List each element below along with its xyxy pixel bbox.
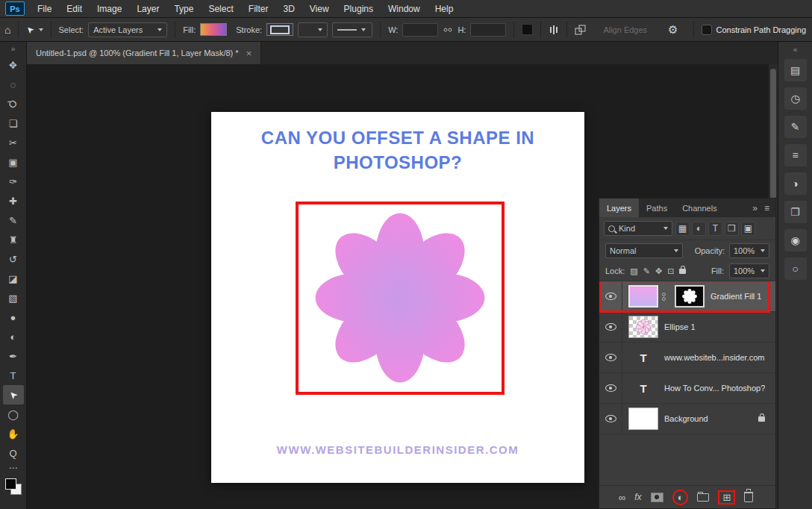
crop-tool[interactable]: ✂ [3, 133, 24, 152]
menu-select[interactable]: Select [201, 0, 240, 18]
zoom-tool[interactable]: Q [3, 443, 24, 463]
elliptical-marquee-tool[interactable]: ◌ [3, 75, 24, 94]
edit-toolbar-icon[interactable]: ⋯ [9, 463, 18, 475]
lock-all-icon[interactable] [679, 269, 686, 274]
menu-plugins[interactable]: Plugins [337, 0, 381, 18]
type-layer-icon[interactable]: T [628, 377, 658, 399]
link-dimensions-icon[interactable] [444, 25, 452, 35]
hand-tool[interactable]: ✋ [3, 424, 24, 443]
type-tool[interactable]: T [3, 366, 24, 385]
type-layer-icon[interactable]: T [628, 346, 658, 369]
tab-paths[interactable]: Paths [639, 199, 675, 217]
document-tab[interactable]: Untitled-1.psd @ 100% (Gradient Fill 1, … [27, 42, 261, 64]
filter-shape-layers-icon[interactable]: ❒ [725, 222, 739, 236]
filter-adjustment-layers-icon[interactable]: ◐ [692, 222, 706, 236]
lasso-tool[interactable]: Q [3, 94, 24, 113]
layers-panel-icon[interactable]: ❐ [784, 201, 807, 223]
lock-artboard-icon[interactable]: ⊡ [667, 267, 674, 275]
filter-smart-objects-icon[interactable]: ▣ [741, 222, 755, 236]
color-swatches[interactable] [5, 478, 22, 495]
layer-visibility-toggle[interactable] [599, 281, 622, 311]
layer-visibility-toggle[interactable] [599, 373, 622, 403]
history-brush-tool[interactable]: ↺ [3, 249, 24, 269]
select-mode-dropdown[interactable]: Active Layers [88, 22, 167, 37]
menu-type[interactable]: Type [166, 0, 201, 18]
stroke-type-dropdown[interactable] [332, 22, 372, 37]
menu-file[interactable]: File [30, 0, 59, 18]
fill-swatch[interactable] [200, 23, 227, 36]
blur-tool[interactable]: ● [3, 307, 24, 327]
eyedropper-tool[interactable]: ✑ [3, 172, 24, 191]
move-tool[interactable]: ✥ [3, 55, 24, 75]
dodge-tool[interactable]: ◐ [3, 327, 24, 346]
constrain-path-icon[interactable] [702, 25, 712, 35]
fill-dropdown[interactable]: 100% [729, 263, 769, 278]
document-canvas[interactable]: CAN YOU OFFSET A SHAPE IN PHOTOSHOP? [211, 112, 584, 483]
gradient-tool[interactable]: ▧ [3, 288, 24, 307]
brush-tool[interactable]: ✎ [3, 210, 24, 230]
path-operations-icon[interactable] [575, 25, 587, 35]
menu-layer[interactable]: Layer [129, 0, 166, 18]
current-tool-icon[interactable]: ➤ [24, 23, 37, 36]
opacity-dropdown[interactable]: 100% [729, 243, 769, 258]
mask-link-icon[interactable] [658, 293, 669, 301]
filter-pixel-layers-icon[interactable]: ▦ [675, 222, 690, 236]
home-icon[interactable]: ⌂ [4, 25, 10, 35]
lock-image-pixels-icon[interactable]: ✎ [643, 267, 650, 275]
link-layers-icon[interactable]: ∞ [619, 493, 625, 502]
menu-window[interactable]: Window [381, 0, 428, 18]
eraser-tool[interactable]: ◪ [3, 269, 24, 288]
layer-visibility-toggle[interactable] [599, 404, 622, 434]
shape-layer-thumbnail[interactable] [628, 316, 658, 338]
history-panel-icon[interactable]: ◷ [784, 87, 807, 110]
layer-mask-thumbnail[interactable] [675, 285, 705, 307]
swatches-panel-icon[interactable]: ○ [784, 257, 807, 280]
dock-collapse-chevron[interactable]: « [793, 44, 798, 56]
adjustments-panel-icon[interactable]: ◉ [784, 229, 807, 252]
new-adjustment-layer-icon[interactable]: ◐ [678, 493, 684, 502]
new-group-icon[interactable] [697, 493, 709, 502]
path-selection-tool[interactable]: ➤ [3, 385, 24, 405]
menu-view[interactable]: View [302, 0, 337, 18]
frame-tool[interactable]: ▣ [3, 152, 24, 172]
layer-row-gradient-fill[interactable]: Gradient Fill 1 [599, 281, 775, 312]
gradient-layer-thumbnail[interactable] [628, 285, 658, 307]
tab-channels[interactable]: Channels [675, 199, 724, 217]
gear-icon[interactable]: ⚙ [668, 24, 678, 35]
menu-edit[interactable]: Edit [59, 0, 90, 18]
layer-row-text-url[interactable]: T www.websiteb...insider.com [599, 343, 775, 373]
ellipse-shape-tool[interactable]: ◯ [3, 405, 24, 424]
pen-tool[interactable]: ✒ [3, 346, 24, 366]
close-icon[interactable]: × [246, 48, 252, 59]
clone-stamp-tool[interactable]: ♜ [3, 230, 24, 249]
toolbar-expand-chevron[interactable]: » [11, 43, 16, 55]
shape-width-input[interactable] [402, 23, 438, 37]
layer-visibility-toggle[interactable] [599, 312, 622, 342]
path-alignment-icon[interactable] [549, 25, 559, 35]
new-layer-icon[interactable]: ⊞ [722, 493, 731, 502]
shape-height-input[interactable] [470, 23, 506, 37]
add-layer-mask-icon[interactable] [651, 493, 663, 502]
filter-kind-dropdown[interactable]: Kind [604, 221, 672, 236]
layer-row-text-heading[interactable]: T How To Conv... Photoshop? [599, 373, 775, 404]
panel-menu-icon[interactable]: ≡ [764, 203, 769, 213]
filter-type-layers-icon[interactable]: T [708, 222, 722, 236]
menu-3d[interactable]: 3D [275, 0, 302, 18]
lock-transparent-pixels-icon[interactable]: ▨ [630, 267, 637, 275]
menu-image[interactable]: Image [90, 0, 129, 18]
layer-row-ellipse[interactable]: Ellipse 1 [599, 312, 775, 343]
stroke-width-dropdown[interactable] [298, 22, 328, 37]
object-selection-tool[interactable]: ❏ [3, 113, 24, 133]
properties-panel-icon[interactable]: ≡ [784, 144, 807, 166]
tab-layers[interactable]: Layers [599, 199, 639, 217]
background-layer-thumbnail[interactable] [628, 407, 658, 430]
menu-help[interactable]: Help [428, 0, 461, 18]
layer-row-background[interactable]: Background [599, 404, 775, 434]
lock-position-icon[interactable]: ✥ [655, 267, 662, 275]
layer-visibility-toggle[interactable] [599, 343, 622, 372]
stroke-swatch[interactable] [266, 23, 293, 36]
brushes-panel-icon[interactable]: ✎ [784, 116, 807, 138]
spot-healing-brush-tool[interactable]: ✚ [3, 191, 24, 210]
delete-layer-icon[interactable] [744, 492, 753, 502]
menu-filter[interactable]: Filter [241, 0, 276, 18]
